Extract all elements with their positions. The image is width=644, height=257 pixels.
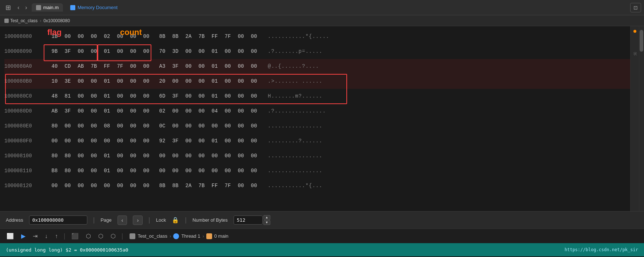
hex-byte[interactable]: 00 bbox=[127, 163, 140, 178]
bytes-stepper-arrows[interactable]: ▲ ▼ bbox=[263, 215, 270, 225]
bytes-input[interactable] bbox=[234, 216, 263, 225]
hex-byte[interactable]: 00 bbox=[87, 74, 100, 89]
hex-byte[interactable]: 00 bbox=[114, 134, 127, 149]
hex-byte[interactable]: 00 bbox=[140, 178, 153, 193]
hex-byte[interactable]: 00 bbox=[234, 119, 247, 134]
hex-byte[interactable]: 00 bbox=[140, 104, 153, 119]
hex-byte[interactable]: 00 bbox=[169, 74, 182, 89]
bytes-down-button[interactable]: ▼ bbox=[263, 220, 270, 225]
hex-byte[interactable]: 00 bbox=[114, 119, 127, 134]
hex-byte[interactable]: 00 bbox=[247, 163, 261, 178]
hex-byte[interactable]: 00 bbox=[195, 44, 208, 59]
scrollbar[interactable] bbox=[639, 26, 644, 211]
hex-byte[interactable]: 00 bbox=[208, 163, 221, 178]
hex-byte[interactable]: 48 bbox=[48, 89, 61, 104]
hex-byte[interactable]: 00 bbox=[74, 44, 87, 59]
status-split-btn[interactable]: ⬜ bbox=[4, 231, 16, 241]
hex-byte[interactable]: 00 bbox=[74, 149, 87, 163]
hex-byte[interactable]: 00 bbox=[234, 163, 247, 178]
hex-byte[interactable]: 01 bbox=[208, 44, 221, 59]
hex-byte[interactable]: 00 bbox=[234, 59, 247, 74]
hex-byte[interactable]: CD bbox=[61, 59, 74, 74]
hex-byte[interactable]: 00 bbox=[247, 89, 261, 104]
hex-byte[interactable]: 00 bbox=[127, 44, 140, 59]
hex-byte[interactable]: 00 bbox=[114, 89, 127, 104]
hex-byte[interactable]: 01 bbox=[100, 74, 114, 89]
hex-byte[interactable]: 00 bbox=[156, 149, 169, 163]
hex-byte[interactable]: 01 bbox=[100, 44, 114, 59]
hex-byte[interactable]: 00 bbox=[87, 163, 100, 178]
status-step-out-btn[interactable]: ↑ bbox=[53, 232, 60, 241]
hex-byte[interactable]: 00 bbox=[140, 134, 153, 149]
hex-byte[interactable]: 00 bbox=[182, 59, 195, 74]
hex-byte[interactable]: A3 bbox=[156, 59, 169, 74]
hex-byte[interactable]: 00 bbox=[247, 59, 261, 74]
hex-byte[interactable]: 00 bbox=[234, 104, 247, 119]
hex-byte[interactable]: 01 bbox=[208, 74, 221, 89]
hex-byte[interactable]: 00 bbox=[221, 149, 234, 163]
hex-byte[interactable]: 02 bbox=[100, 29, 114, 44]
hex-byte[interactable]: 00 bbox=[195, 59, 208, 74]
hex-byte[interactable]: 00 bbox=[247, 74, 261, 89]
hex-byte[interactable]: 20 bbox=[156, 74, 169, 89]
hex-byte[interactable]: 00 bbox=[247, 44, 261, 59]
page-prev-button[interactable]: ‹ bbox=[118, 216, 127, 225]
hex-byte[interactable]: 00 bbox=[221, 59, 234, 74]
hex-byte[interactable]: 00 bbox=[234, 149, 247, 163]
hex-byte[interactable]: 00 bbox=[61, 119, 74, 134]
hex-byte[interactable]: 00 bbox=[169, 149, 182, 163]
hex-byte[interactable]: 00 bbox=[127, 149, 140, 163]
hex-byte[interactable]: 7F bbox=[114, 59, 127, 74]
hex-byte[interactable]: 80 bbox=[48, 149, 61, 163]
hex-byte[interactable]: 00 bbox=[140, 59, 153, 74]
hex-byte[interactable]: 00 bbox=[234, 74, 247, 89]
nav-forward-button[interactable]: › bbox=[24, 4, 28, 12]
hex-byte[interactable]: 00 bbox=[87, 104, 100, 119]
hex-byte[interactable]: FF bbox=[100, 59, 114, 74]
hex-byte[interactable]: 01 bbox=[208, 59, 221, 74]
hex-byte[interactable]: 00 bbox=[234, 134, 247, 149]
hex-byte[interactable]: 3F bbox=[169, 59, 182, 74]
hex-byte[interactable]: AB bbox=[48, 104, 61, 119]
hex-byte[interactable]: 00 bbox=[195, 119, 208, 134]
status-share-btn[interactable]: ⬡ bbox=[84, 231, 93, 241]
hex-byte[interactable]: 00 bbox=[87, 119, 100, 134]
hex-byte[interactable]: 00 bbox=[221, 104, 234, 119]
hex-byte[interactable]: 00 bbox=[247, 134, 261, 149]
hex-byte[interactable]: 00 bbox=[247, 119, 261, 134]
hex-byte[interactable]: 3F bbox=[61, 104, 74, 119]
hex-byte[interactable]: 00 bbox=[182, 89, 195, 104]
status-nav-btn[interactable]: ⬡ bbox=[108, 231, 118, 241]
hex-byte[interactable]: 00 bbox=[182, 119, 195, 134]
hex-byte[interactable]: 00 bbox=[48, 134, 61, 149]
hex-byte[interactable]: 00 bbox=[140, 163, 153, 178]
hex-byte[interactable]: 00 bbox=[114, 74, 127, 89]
hex-byte[interactable]: 04 bbox=[208, 104, 221, 119]
hex-byte[interactable]: 00 bbox=[114, 104, 127, 119]
hex-byte[interactable]: 00 bbox=[234, 89, 247, 104]
hex-byte[interactable]: 3D bbox=[169, 44, 182, 59]
hex-byte[interactable]: 00 bbox=[247, 178, 261, 193]
hex-byte[interactable]: FF bbox=[208, 29, 221, 44]
hex-byte[interactable]: 00 bbox=[114, 163, 127, 178]
hex-byte[interactable]: 0C bbox=[156, 119, 169, 134]
hex-byte[interactable]: FF bbox=[208, 178, 221, 193]
hex-byte[interactable]: 00 bbox=[127, 74, 140, 89]
hex-byte[interactable]: 00 bbox=[87, 149, 100, 163]
hex-byte[interactable]: 00 bbox=[114, 149, 127, 163]
hex-byte[interactable]: 00 bbox=[195, 149, 208, 163]
nav-back-button[interactable]: ‹ bbox=[16, 4, 21, 12]
hex-byte[interactable]: 00 bbox=[221, 89, 234, 104]
hex-byte[interactable]: 00 bbox=[247, 149, 261, 163]
hex-byte[interactable]: 00 bbox=[87, 89, 100, 104]
hex-byte[interactable]: 00 bbox=[87, 44, 100, 59]
hex-byte[interactable]: 80 bbox=[61, 149, 74, 163]
hex-byte[interactable]: 00 bbox=[182, 74, 195, 89]
hex-byte[interactable]: 00 bbox=[140, 149, 153, 163]
status-step-over-btn[interactable]: ⇥ bbox=[31, 231, 40, 241]
hex-byte[interactable]: 00 bbox=[208, 119, 221, 134]
hex-byte[interactable]: 7B bbox=[87, 59, 100, 74]
hex-byte[interactable]: 00 bbox=[74, 134, 87, 149]
hex-byte[interactable]: 00 bbox=[156, 163, 169, 178]
hex-byte[interactable]: 00 bbox=[182, 104, 195, 119]
